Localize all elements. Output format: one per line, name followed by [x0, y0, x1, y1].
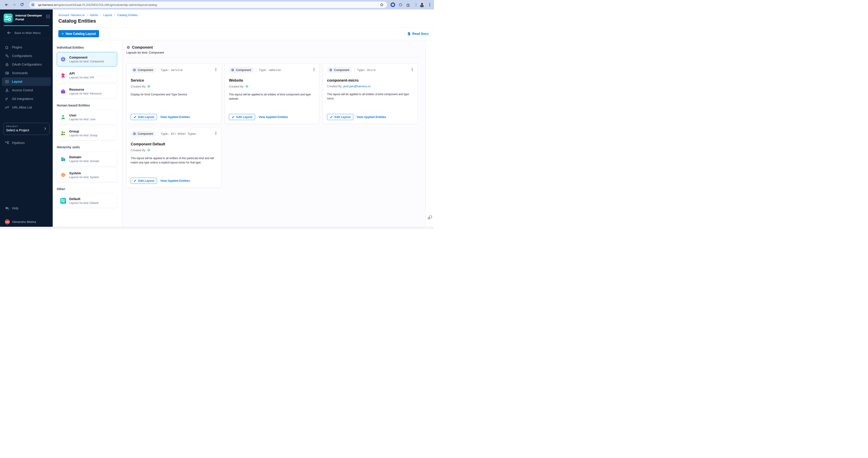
entity-section-title-human-based-entities: Human based Entities	[57, 103, 117, 107]
edit-layout-button[interactable]: Edit Layout	[131, 114, 157, 120]
view-applied-entities-link[interactable]: View Applied Entities	[160, 179, 190, 183]
browser-reload-button[interactable]	[18, 1, 26, 9]
bookmark-star-icon[interactable]	[380, 3, 384, 7]
sidebar-divider	[2, 38, 51, 38]
project-selector[interactable]: PROJECT Select a Project	[3, 123, 50, 135]
breadcrumb-link-catalog-entities[interactable]: Catalog Entities	[117, 13, 138, 17]
edit-layout-button[interactable]: Edit Layout	[229, 114, 255, 120]
right-gutter	[425, 40, 434, 227]
entity-card-name: Component	[69, 56, 104, 59]
card-badge-row: ComponentType: website	[229, 67, 315, 73]
chevron-separator-icon: ›	[100, 13, 101, 17]
browser-chrome: qa.harness.io/ng/account/zEaak-FLS425IEO…	[0, 0, 434, 9]
entity-kind-badge: Component	[229, 67, 254, 73]
entity-card-subtitle: Layouts for kind: User	[69, 118, 96, 121]
entity-card-name: Resource	[69, 88, 101, 91]
sidebar-item-configurations[interactable]: Configurations	[0, 52, 53, 60]
sidebar-item-label: Layout	[12, 80, 22, 84]
sidebar-item-label: OAuth Configurations	[12, 63, 42, 66]
layout-card-website: ComponentType: websiteWebsiteCreated ByT…	[224, 63, 319, 124]
sidebar-item-git-integrations[interactable]: Git Integrations	[0, 95, 53, 103]
entity-card-resource[interactable]: ResourceLayouts for kind: Resource	[57, 84, 117, 99]
breadcrumb-link-layout[interactable]: Layout	[103, 13, 112, 17]
entity-card-subtitle: Layouts for kind: Component	[69, 60, 104, 63]
sidebar-item-pipelines[interactable]: Pipelines	[0, 138, 53, 147]
gear-icon	[60, 172, 66, 178]
back-to-main-menu[interactable]: Back to Main Menu	[7, 29, 53, 36]
entity-card-default[interactable]: DefaultLayouts for kind: Default	[57, 194, 117, 208]
sidebar-item-url-allow-list[interactable]: URL Allow List	[0, 103, 53, 112]
sidebar-item-help[interactable]: ? Help	[0, 204, 53, 212]
breadcrumb-link-account-harness-io[interactable]: Account: Harness.io	[58, 13, 85, 17]
card-menu-button[interactable]	[410, 66, 414, 72]
entity-card-name: Default	[69, 197, 98, 201]
sidebar-menu: PluginsConfigurationsOAuth Configuration…	[0, 43, 53, 112]
browser-back-button[interactable]	[3, 1, 10, 9]
entity-section-title-hierarchy-units: Hierarchy units	[57, 145, 117, 149]
extensions-puzzle-icon[interactable]	[406, 3, 410, 7]
badge-divider	[158, 68, 158, 72]
created-by-label: Created By	[327, 85, 342, 88]
breadcrumb: Account: Harness.io›Admin›Layout›Catalog…	[58, 13, 434, 17]
sidebar-item-scorecards[interactable]: Scorecards	[0, 69, 53, 77]
entity-card-domain[interactable]: DomainLayouts for kind: Domain	[57, 152, 117, 166]
person-icon	[60, 114, 66, 120]
address-bar[interactable]: qa.harness.io/ng/account/zEaak-FLS425IEO…	[29, 2, 387, 8]
starburst-extension-icon[interactable]	[399, 3, 403, 7]
badge-label: Component	[236, 68, 251, 72]
entity-card-system[interactable]: SystemLayouts for kind: System	[57, 168, 117, 182]
entity-card-group[interactable]: GroupLayouts for kind: Group	[57, 126, 117, 140]
page-header: Account: Harness.io›Admin›Layout›Catalog…	[53, 9, 434, 27]
entity-card-subtitle: Layouts for kind: API	[69, 76, 94, 79]
plus-icon: +	[62, 31, 64, 36]
idp-logo-icon	[60, 198, 66, 204]
entity-card-text: ComponentLayouts for kind: Component	[69, 56, 104, 63]
site-settings-icon[interactable]	[30, 2, 35, 7]
card-actions: Edit LayoutView Applied Entities	[131, 178, 190, 184]
browser-menu-icon[interactable]	[428, 3, 432, 7]
layout-card-component-default: ComponentType: All Other TypesComponent …	[126, 127, 221, 188]
created-by-row: Created By	[131, 85, 217, 88]
badge-label: Component	[334, 68, 349, 72]
entity-kind-badge: Component	[327, 67, 352, 73]
breadcrumb-link-admin[interactable]: Admin	[90, 13, 98, 17]
edit-layout-button[interactable]: Edit Layout	[131, 178, 157, 184]
entity-card-subtitle: Layouts for kind: Domain	[69, 160, 99, 163]
browser-forward-button[interactable]	[10, 1, 18, 9]
module-grid-icon[interactable]	[46, 14, 50, 19]
sidebar-item-label: Plugins	[12, 46, 22, 49]
entity-section-title-other: Other	[57, 187, 117, 191]
card-menu-button[interactable]	[213, 130, 218, 136]
read-docs-link[interactable]: Read Docs	[407, 32, 429, 36]
edit-layout-button[interactable]: Edit Layout	[327, 114, 353, 120]
view-applied-entities-link[interactable]: View Applied Entities	[258, 115, 288, 119]
read-docs-icon	[407, 32, 411, 36]
user-menu[interactable]: HM Himanshu Mishra	[5, 220, 36, 224]
layout-card-description: This layout will be applied to all entit…	[327, 92, 412, 101]
card-menu-button[interactable]	[311, 66, 316, 72]
sidebar-item-layout[interactable]: Layout	[2, 77, 51, 86]
kind-title: Component	[132, 45, 153, 50]
pencil-icon	[231, 116, 235, 119]
layout-type-label: Type: website	[259, 68, 281, 72]
browser-profile-avatar[interactable]	[419, 2, 425, 7]
creator-link[interactable]: jenil.jain@harness.io	[343, 85, 370, 88]
new-catalog-layout-button[interactable]: + New Catalog Layout	[58, 30, 99, 37]
sidebar-item-oauth-configurations[interactable]: OAuth Configurations	[0, 60, 53, 69]
sidebar: Internal Developer Portal Back to Main M…	[0, 9, 53, 227]
view-applied-entities-link[interactable]: View Applied Entities	[160, 115, 190, 119]
sidebar-item-plugins[interactable]: Plugins	[0, 43, 53, 52]
entity-section-title-individual-entities: Individual Entities	[57, 46, 117, 49]
entity-card-user[interactable]: UserLayouts for kind: User	[57, 110, 117, 124]
resource-center-chat-icon[interactable]	[427, 215, 433, 220]
card-menu-button[interactable]	[213, 66, 218, 72]
entity-card-api[interactable]: APILayouts for kind: API	[57, 68, 117, 83]
layout-card-description: This layout will be applied to all entit…	[229, 93, 314, 101]
sidebar-item-access-control[interactable]: Access Control	[0, 86, 53, 95]
edit-layout-label: Edit Layout	[138, 179, 154, 183]
project-value: Select a Project	[6, 128, 46, 132]
onepassword-extension-icon[interactable]	[391, 2, 395, 7]
view-applied-entities-link[interactable]: View Applied Entities	[356, 115, 386, 119]
entity-card-component[interactable]: ComponentLayouts for kind: Component	[57, 52, 117, 66]
created-by-label: Created By	[131, 149, 146, 152]
